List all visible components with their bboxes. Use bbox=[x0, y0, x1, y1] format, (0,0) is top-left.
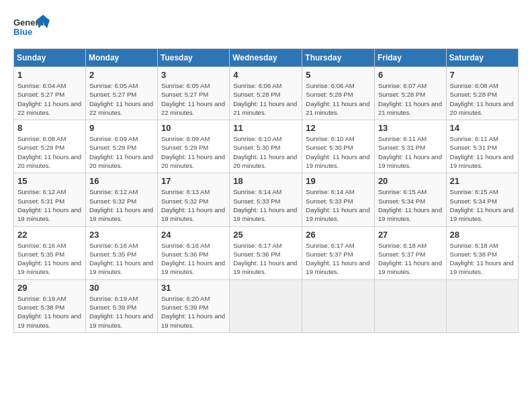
day-number: 31 bbox=[161, 283, 226, 293]
weekday-header-tuesday: Tuesday bbox=[158, 49, 230, 67]
calendar-cell: 20Sunrise: 6:15 AMSunset: 5:34 PMDayligh… bbox=[374, 173, 446, 226]
day-number: 19 bbox=[306, 176, 371, 186]
calendar-cell bbox=[374, 279, 446, 332]
day-number: 4 bbox=[233, 70, 298, 80]
day-number: 10 bbox=[161, 123, 226, 133]
svg-text:Blue: Blue bbox=[13, 27, 32, 37]
day-number: 22 bbox=[17, 230, 82, 240]
calendar-cell: 24Sunrise: 6:16 AMSunset: 5:36 PMDayligh… bbox=[158, 226, 230, 279]
day-info: Sunrise: 6:10 AMSunset: 5:30 PMDaylight:… bbox=[306, 134, 371, 170]
calendar-cell: 8Sunrise: 6:08 AMSunset: 5:29 PMDaylight… bbox=[14, 120, 86, 173]
calendar-cell: 10Sunrise: 6:09 AMSunset: 5:29 PMDayligh… bbox=[158, 120, 230, 173]
day-info: Sunrise: 6:18 AMSunset: 5:38 PMDaylight:… bbox=[450, 241, 515, 277]
calendar-cell bbox=[230, 279, 302, 332]
day-info: Sunrise: 6:12 AMSunset: 5:32 PMDaylight:… bbox=[89, 187, 154, 223]
day-number: 15 bbox=[17, 176, 82, 186]
day-info: Sunrise: 6:19 AMSunset: 5:38 PMDaylight:… bbox=[17, 294, 82, 330]
calendar-cell: 5Sunrise: 6:06 AMSunset: 5:28 PMDaylight… bbox=[302, 67, 375, 120]
calendar-cell: 31Sunrise: 6:20 AMSunset: 5:39 PMDayligh… bbox=[158, 279, 230, 332]
day-info: Sunrise: 6:14 AMSunset: 5:33 PMDaylight:… bbox=[233, 187, 298, 223]
day-number: 5 bbox=[306, 70, 371, 80]
day-number: 26 bbox=[306, 230, 371, 240]
calendar-cell: 29Sunrise: 6:19 AMSunset: 5:38 PMDayligh… bbox=[14, 279, 86, 332]
day-info: Sunrise: 6:16 AMSunset: 5:35 PMDaylight:… bbox=[89, 241, 154, 277]
calendar-cell: 30Sunrise: 6:19 AMSunset: 5:39 PMDayligh… bbox=[85, 279, 157, 332]
weekday-header-saturday: Saturday bbox=[446, 49, 518, 67]
day-number: 3 bbox=[161, 70, 226, 80]
day-info: Sunrise: 6:12 AMSunset: 5:31 PMDaylight:… bbox=[17, 187, 82, 223]
day-number: 29 bbox=[17, 283, 82, 293]
weekday-header-wednesday: Wednesday bbox=[230, 49, 302, 67]
weekday-header-sunday: Sunday bbox=[14, 49, 86, 67]
day-number: 28 bbox=[450, 230, 515, 240]
day-number: 30 bbox=[89, 283, 154, 293]
calendar-week-3: 15Sunrise: 6:12 AMSunset: 5:31 PMDayligh… bbox=[14, 173, 519, 226]
calendar-table: SundayMondayTuesdayWednesdayThursdayFrid… bbox=[13, 48, 519, 333]
calendar-cell: 4Sunrise: 6:06 AMSunset: 5:28 PMDaylight… bbox=[230, 67, 302, 120]
calendar-cell: 25Sunrise: 6:17 AMSunset: 5:36 PMDayligh… bbox=[230, 226, 302, 279]
day-number: 1 bbox=[17, 70, 82, 80]
day-info: Sunrise: 6:15 AMSunset: 5:34 PMDaylight:… bbox=[450, 187, 515, 223]
day-info: Sunrise: 6:05 AMSunset: 5:27 PMDaylight:… bbox=[161, 81, 226, 117]
day-number: 21 bbox=[450, 176, 515, 186]
calendar-cell bbox=[302, 279, 375, 332]
day-info: Sunrise: 6:20 AMSunset: 5:39 PMDaylight:… bbox=[161, 294, 226, 330]
day-number: 24 bbox=[161, 230, 226, 240]
weekday-header-thursday: Thursday bbox=[302, 49, 375, 67]
page-header: General Blue bbox=[13, 13, 519, 42]
day-info: Sunrise: 6:05 AMSunset: 5:27 PMDaylight:… bbox=[89, 81, 154, 117]
day-info: Sunrise: 6:04 AMSunset: 5:27 PMDaylight:… bbox=[17, 81, 82, 117]
calendar-cell: 12Sunrise: 6:10 AMSunset: 5:30 PMDayligh… bbox=[302, 120, 375, 173]
calendar-cell: 23Sunrise: 6:16 AMSunset: 5:35 PMDayligh… bbox=[85, 226, 157, 279]
day-info: Sunrise: 6:18 AMSunset: 5:37 PMDaylight:… bbox=[378, 241, 443, 277]
calendar-cell: 14Sunrise: 6:11 AMSunset: 5:31 PMDayligh… bbox=[446, 120, 518, 173]
day-number: 14 bbox=[450, 123, 515, 133]
day-number: 2 bbox=[89, 70, 154, 80]
calendar-cell bbox=[446, 279, 518, 332]
day-info: Sunrise: 6:19 AMSunset: 5:39 PMDaylight:… bbox=[89, 294, 154, 330]
day-info: Sunrise: 6:17 AMSunset: 5:36 PMDaylight:… bbox=[233, 241, 298, 277]
calendar-cell: 13Sunrise: 6:11 AMSunset: 5:31 PMDayligh… bbox=[374, 120, 446, 173]
calendar-cell: 28Sunrise: 6:18 AMSunset: 5:38 PMDayligh… bbox=[446, 226, 518, 279]
logo: General Blue bbox=[13, 13, 50, 42]
calendar-header: SundayMondayTuesdayWednesdayThursdayFrid… bbox=[14, 49, 519, 67]
day-number: 12 bbox=[306, 123, 371, 133]
calendar-cell: 11Sunrise: 6:10 AMSunset: 5:30 PMDayligh… bbox=[230, 120, 302, 173]
calendar-week-5: 29Sunrise: 6:19 AMSunset: 5:38 PMDayligh… bbox=[14, 279, 519, 332]
day-number: 13 bbox=[378, 123, 443, 133]
day-info: Sunrise: 6:17 AMSunset: 5:37 PMDaylight:… bbox=[306, 241, 371, 277]
logo-svg: General Blue bbox=[13, 13, 50, 42]
day-number: 16 bbox=[89, 176, 154, 186]
calendar-cell: 3Sunrise: 6:05 AMSunset: 5:27 PMDaylight… bbox=[158, 67, 230, 120]
day-number: 20 bbox=[378, 176, 443, 186]
day-info: Sunrise: 6:13 AMSunset: 5:32 PMDaylight:… bbox=[161, 187, 226, 223]
day-info: Sunrise: 6:14 AMSunset: 5:33 PMDaylight:… bbox=[306, 187, 371, 223]
day-info: Sunrise: 6:09 AMSunset: 5:29 PMDaylight:… bbox=[161, 134, 226, 170]
calendar-body: 1Sunrise: 6:04 AMSunset: 5:27 PMDaylight… bbox=[14, 67, 519, 333]
day-info: Sunrise: 6:10 AMSunset: 5:30 PMDaylight:… bbox=[233, 134, 298, 170]
calendar-cell: 2Sunrise: 6:05 AMSunset: 5:27 PMDaylight… bbox=[85, 67, 157, 120]
day-info: Sunrise: 6:09 AMSunset: 5:29 PMDaylight:… bbox=[89, 134, 154, 170]
calendar-cell: 27Sunrise: 6:18 AMSunset: 5:37 PMDayligh… bbox=[374, 226, 446, 279]
day-number: 11 bbox=[233, 123, 298, 133]
weekday-header-friday: Friday bbox=[374, 49, 446, 67]
day-number: 18 bbox=[233, 176, 298, 186]
day-info: Sunrise: 6:16 AMSunset: 5:36 PMDaylight:… bbox=[161, 241, 226, 277]
calendar-cell: 19Sunrise: 6:14 AMSunset: 5:33 PMDayligh… bbox=[302, 173, 375, 226]
calendar-cell: 21Sunrise: 6:15 AMSunset: 5:34 PMDayligh… bbox=[446, 173, 518, 226]
calendar-week-2: 8Sunrise: 6:08 AMSunset: 5:29 PMDaylight… bbox=[14, 120, 519, 173]
calendar-cell: 26Sunrise: 6:17 AMSunset: 5:37 PMDayligh… bbox=[302, 226, 375, 279]
day-info: Sunrise: 6:08 AMSunset: 5:28 PMDaylight:… bbox=[450, 81, 515, 117]
calendar-week-4: 22Sunrise: 6:16 AMSunset: 5:35 PMDayligh… bbox=[14, 226, 519, 279]
calendar-cell: 7Sunrise: 6:08 AMSunset: 5:28 PMDaylight… bbox=[446, 67, 518, 120]
day-info: Sunrise: 6:08 AMSunset: 5:29 PMDaylight:… bbox=[17, 134, 82, 170]
day-info: Sunrise: 6:15 AMSunset: 5:34 PMDaylight:… bbox=[378, 187, 443, 223]
weekday-header-row: SundayMondayTuesdayWednesdayThursdayFrid… bbox=[14, 49, 519, 67]
day-number: 27 bbox=[378, 230, 443, 240]
day-info: Sunrise: 6:11 AMSunset: 5:31 PMDaylight:… bbox=[450, 134, 515, 170]
calendar-cell: 1Sunrise: 6:04 AMSunset: 5:27 PMDaylight… bbox=[14, 67, 86, 120]
day-info: Sunrise: 6:06 AMSunset: 5:28 PMDaylight:… bbox=[233, 81, 298, 117]
day-number: 9 bbox=[89, 123, 154, 133]
day-number: 17 bbox=[161, 176, 226, 186]
day-info: Sunrise: 6:06 AMSunset: 5:28 PMDaylight:… bbox=[306, 81, 371, 117]
